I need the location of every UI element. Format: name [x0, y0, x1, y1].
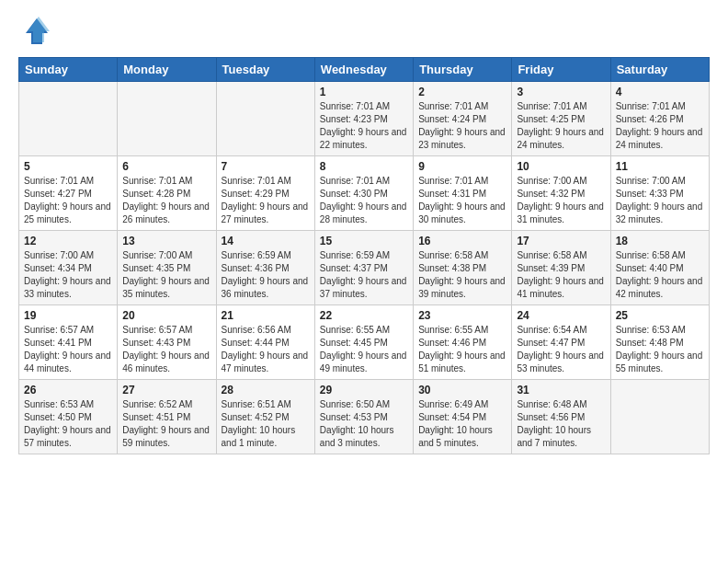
calendar-cell: 19Sunrise: 6:57 AM Sunset: 4:41 PM Dayli… — [19, 305, 118, 380]
day-info: Sunrise: 6:54 AM Sunset: 4:47 PM Dayligh… — [517, 324, 605, 375]
calendar-cell: 30Sunrise: 6:49 AM Sunset: 4:54 PM Dayli… — [414, 380, 512, 454]
day-number: 7 — [222, 160, 310, 173]
day-number: 4 — [616, 86, 704, 98]
day-number: 17 — [517, 235, 605, 247]
day-number: 23 — [418, 309, 506, 322]
svg-marker-1 — [28, 17, 50, 42]
week-row-1: 1Sunrise: 7:01 AM Sunset: 4:23 PM Daylig… — [19, 82, 710, 156]
calendar-cell: 14Sunrise: 6:59 AM Sunset: 4:36 PM Dayli… — [216, 231, 314, 305]
day-number: 28 — [222, 384, 310, 396]
day-info: Sunrise: 6:58 AM Sunset: 4:39 PM Dayligh… — [517, 249, 605, 301]
calendar-cell: 16Sunrise: 6:58 AM Sunset: 4:38 PM Dayli… — [414, 231, 512, 305]
day-number: 19 — [24, 309, 112, 322]
header — [18, 15, 710, 48]
calendar-cell — [216, 82, 314, 156]
week-row-2: 5Sunrise: 7:01 AM Sunset: 4:27 PM Daylig… — [19, 156, 710, 231]
day-info: Sunrise: 6:52 AM Sunset: 4:51 PM Dayligh… — [122, 398, 210, 450]
calendar-cell: 12Sunrise: 7:00 AM Sunset: 4:34 PM Dayli… — [19, 231, 118, 305]
day-info: Sunrise: 7:01 AM Sunset: 4:29 PM Dayligh… — [222, 175, 310, 226]
calendar-cell: 2Sunrise: 7:01 AM Sunset: 4:24 PM Daylig… — [414, 82, 512, 156]
day-info: Sunrise: 6:53 AM Sunset: 4:50 PM Dayligh… — [24, 398, 112, 450]
page: SundayMondayTuesdayWednesdayThursdayFrid… — [0, 0, 728, 465]
day-number: 13 — [122, 235, 210, 247]
calendar-cell: 9Sunrise: 7:01 AM Sunset: 4:31 PM Daylig… — [414, 156, 512, 231]
day-info: Sunrise: 6:51 AM Sunset: 4:52 PM Dayligh… — [222, 398, 310, 450]
calendar-cell: 26Sunrise: 6:53 AM Sunset: 4:50 PM Dayli… — [19, 380, 118, 454]
day-number: 21 — [222, 309, 310, 322]
weekday-header-sunday: Sunday — [19, 58, 118, 82]
week-row-3: 12Sunrise: 7:00 AM Sunset: 4:34 PM Dayli… — [19, 231, 710, 305]
day-info: Sunrise: 7:00 AM Sunset: 4:34 PM Dayligh… — [24, 249, 112, 301]
day-number: 29 — [320, 384, 408, 396]
logo-icon — [18, 15, 51, 48]
day-number: 2 — [418, 86, 506, 98]
day-number: 31 — [517, 384, 605, 396]
day-number: 20 — [122, 309, 210, 322]
day-number: 6 — [122, 160, 210, 173]
calendar-cell: 13Sunrise: 7:00 AM Sunset: 4:35 PM Dayli… — [118, 231, 216, 305]
calendar-cell — [610, 380, 709, 454]
day-info: Sunrise: 7:01 AM Sunset: 4:23 PM Dayligh… — [320, 100, 408, 152]
weekday-header-row: SundayMondayTuesdayWednesdayThursdayFrid… — [19, 58, 710, 82]
weekday-header-wednesday: Wednesday — [314, 58, 413, 82]
day-info: Sunrise: 6:59 AM Sunset: 4:36 PM Dayligh… — [222, 249, 310, 301]
calendar-cell: 20Sunrise: 6:57 AM Sunset: 4:43 PM Dayli… — [118, 305, 216, 380]
calendar-cell: 25Sunrise: 6:53 AM Sunset: 4:48 PM Dayli… — [610, 305, 709, 380]
calendar-cell: 17Sunrise: 6:58 AM Sunset: 4:39 PM Dayli… — [512, 231, 610, 305]
calendar-cell: 21Sunrise: 6:56 AM Sunset: 4:44 PM Dayli… — [216, 305, 314, 380]
day-number: 16 — [418, 235, 506, 247]
day-number: 18 — [616, 235, 704, 247]
day-number: 8 — [320, 160, 408, 173]
day-number: 11 — [616, 160, 704, 173]
day-number: 14 — [222, 235, 310, 247]
day-info: Sunrise: 6:55 AM Sunset: 4:45 PM Dayligh… — [320, 324, 408, 375]
calendar-cell: 11Sunrise: 7:00 AM Sunset: 4:33 PM Dayli… — [610, 156, 709, 231]
day-number: 10 — [517, 160, 605, 173]
calendar-cell: 5Sunrise: 7:01 AM Sunset: 4:27 PM Daylig… — [19, 156, 118, 231]
calendar-cell: 4Sunrise: 7:01 AM Sunset: 4:26 PM Daylig… — [610, 82, 709, 156]
day-info: Sunrise: 6:48 AM Sunset: 4:56 PM Dayligh… — [517, 398, 605, 450]
weekday-header-saturday: Saturday — [610, 58, 709, 82]
calendar-cell: 1Sunrise: 7:01 AM Sunset: 4:23 PM Daylig… — [314, 82, 413, 156]
calendar-cell: 23Sunrise: 6:55 AM Sunset: 4:46 PM Dayli… — [414, 305, 512, 380]
day-number: 9 — [418, 160, 506, 173]
calendar-cell: 31Sunrise: 6:48 AM Sunset: 4:56 PM Dayli… — [512, 380, 610, 454]
calendar-cell: 28Sunrise: 6:51 AM Sunset: 4:52 PM Dayli… — [216, 380, 314, 454]
day-info: Sunrise: 6:58 AM Sunset: 4:38 PM Dayligh… — [418, 249, 506, 301]
day-info: Sunrise: 6:56 AM Sunset: 4:44 PM Dayligh… — [222, 324, 310, 375]
day-number: 22 — [320, 309, 408, 322]
calendar-cell: 6Sunrise: 7:01 AM Sunset: 4:28 PM Daylig… — [118, 156, 216, 231]
day-info: Sunrise: 7:00 AM Sunset: 4:35 PM Dayligh… — [122, 249, 210, 301]
day-number: 26 — [24, 384, 112, 396]
day-info: Sunrise: 7:01 AM Sunset: 4:24 PM Dayligh… — [418, 100, 506, 152]
day-info: Sunrise: 7:01 AM Sunset: 4:27 PM Dayligh… — [24, 175, 112, 226]
weekday-header-thursday: Thursday — [414, 58, 512, 82]
day-number: 3 — [517, 86, 605, 98]
day-info: Sunrise: 6:55 AM Sunset: 4:46 PM Dayligh… — [418, 324, 506, 375]
calendar-cell: 8Sunrise: 7:01 AM Sunset: 4:30 PM Daylig… — [314, 156, 413, 231]
calendar-cell: 18Sunrise: 6:58 AM Sunset: 4:40 PM Dayli… — [610, 231, 709, 305]
calendar-header: SundayMondayTuesdayWednesdayThursdayFrid… — [19, 58, 710, 82]
calendar-cell: 27Sunrise: 6:52 AM Sunset: 4:51 PM Dayli… — [118, 380, 216, 454]
day-number: 1 — [320, 86, 408, 98]
calendar-cell: 15Sunrise: 6:59 AM Sunset: 4:37 PM Dayli… — [314, 231, 413, 305]
day-number: 15 — [320, 235, 408, 247]
calendar-cell: 3Sunrise: 7:01 AM Sunset: 4:25 PM Daylig… — [512, 82, 610, 156]
calendar-table: SundayMondayTuesdayWednesdayThursdayFrid… — [18, 57, 710, 454]
calendar-cell: 10Sunrise: 7:00 AM Sunset: 4:32 PM Dayli… — [512, 156, 610, 231]
day-number: 27 — [122, 384, 210, 396]
day-info: Sunrise: 6:59 AM Sunset: 4:37 PM Dayligh… — [320, 249, 408, 301]
day-info: Sunrise: 7:01 AM Sunset: 4:25 PM Dayligh… — [517, 100, 605, 152]
day-info: Sunrise: 7:00 AM Sunset: 4:32 PM Dayligh… — [517, 175, 605, 226]
week-row-5: 26Sunrise: 6:53 AM Sunset: 4:50 PM Dayli… — [19, 380, 710, 454]
weekday-header-monday: Monday — [118, 58, 216, 82]
calendar-body: 1Sunrise: 7:01 AM Sunset: 4:23 PM Daylig… — [19, 82, 710, 454]
calendar-cell — [19, 82, 118, 156]
calendar-cell: 24Sunrise: 6:54 AM Sunset: 4:47 PM Dayli… — [512, 305, 610, 380]
day-number: 30 — [418, 384, 506, 396]
calendar-cell: 22Sunrise: 6:55 AM Sunset: 4:45 PM Dayli… — [314, 305, 413, 380]
day-number: 12 — [24, 235, 112, 247]
calendar-cell: 7Sunrise: 7:01 AM Sunset: 4:29 PM Daylig… — [216, 156, 314, 231]
day-info: Sunrise: 7:01 AM Sunset: 4:26 PM Dayligh… — [616, 100, 704, 152]
day-info: Sunrise: 6:49 AM Sunset: 4:54 PM Dayligh… — [418, 398, 506, 450]
